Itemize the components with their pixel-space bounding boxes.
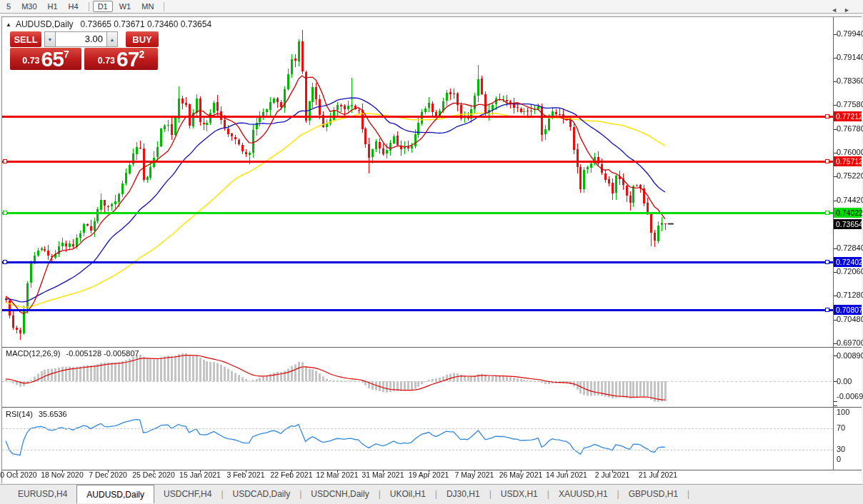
chart-tab-gbpusd-h1[interactable]: GBPUSD,H1 — [619, 485, 687, 503]
ask-price-pip-digit: 2 — [139, 49, 144, 60]
price-axis-badge: 0.74022 — [834, 208, 862, 218]
ask-price-prefix: 0.73 — [98, 56, 115, 66]
hline-right-handle[interactable] — [825, 308, 829, 312]
x-axis-date-label: 19 Apr 2021 — [404, 470, 454, 479]
rsi-value: 35.6536 — [39, 410, 67, 418]
rsi-axis-tick: 0 — [837, 455, 841, 463]
chart-title: ▲ AUDUSD,Daily 0.73665 0.73671 0.73460 0… — [6, 19, 211, 29]
hline-right-handle[interactable] — [825, 211, 829, 215]
price-axis-tick: 0.70480 — [837, 315, 863, 323]
hline-left-handle[interactable] — [3, 159, 7, 163]
x-axis-date-label: 3 Feb 2021 — [221, 470, 271, 479]
macd-values: -0.005128 -0.005807 — [66, 349, 139, 358]
macd-axis-tick: -0.006977 — [837, 392, 863, 400]
x-axis-date-label: 12 Mar 2021 — [312, 470, 362, 479]
bid-price-button[interactable]: 0.73 65 7 — [10, 48, 81, 70]
chart-tab-usdx-h1[interactable]: USDX,H1 — [492, 485, 547, 503]
sell-button[interactable]: SELL — [10, 31, 41, 47]
x-axis-date-label: 18 Nov 2020 — [37, 470, 87, 479]
x-axis-date-label: 30 Oct 2020 — [0, 470, 41, 479]
price-axis-tick: 0.77580 — [837, 100, 863, 109]
macd-axis-tick: 0.008903 — [837, 351, 863, 360]
x-axis-date-label: 14 Jun 2021 — [542, 470, 592, 479]
rsi-axis-tick: 30 — [837, 445, 845, 453]
price-axis-tick: 0.74420 — [837, 196, 863, 204]
macd-indicator-label: MACD(12,26,9) -0.005128 -0.005807 — [6, 349, 139, 358]
chart-tab-usdcad-daily[interactable]: USDCAD,Daily — [224, 485, 300, 503]
hline-right-handle[interactable] — [825, 159, 829, 163]
rsi-indicator-label: RSI(14) 35.6536 — [6, 410, 67, 418]
rsi-axis-tick: 100 — [837, 408, 849, 416]
collapse-panel-icon[interactable]: ▲ — [6, 21, 11, 28]
chevron-up-icon: ▲ — [110, 37, 115, 42]
rsi-level-line-70 — [2, 428, 833, 429]
x-axis-date-label: 2 Jul 2021 — [587, 470, 637, 479]
price-axis-badge: 0.77212 — [834, 111, 862, 121]
bid-price-pip-digit: 7 — [64, 49, 69, 60]
hline-0.77212[interactable] — [2, 116, 833, 118]
price-axis-tick: 0.76000 — [837, 148, 863, 156]
price-axis-tick: 0.72840 — [837, 243, 863, 252]
price-axis-tick: 0.75220 — [837, 171, 863, 180]
chart-tab-audusd-daily[interactable]: AUDUSD,Daily — [76, 485, 154, 503]
price-axis-tick: 0.69700 — [837, 338, 863, 347]
hline-left-handle[interactable] — [3, 260, 7, 264]
chart-symbol-label: AUDUSD,Daily — [16, 19, 74, 29]
hline-left-handle[interactable] — [3, 211, 7, 215]
x-axis-date-label: 21 Jul 2021 — [633, 470, 683, 479]
price-axis-tick: 0.79140 — [837, 53, 863, 61]
x-axis-date-label: 26 May 2021 — [496, 470, 546, 479]
tab-scroll-right-icon[interactable]: ► — [844, 6, 850, 14]
hline-0.70807[interactable] — [2, 309, 833, 311]
price-axis-badge: 0.70807 — [834, 305, 862, 315]
volume-increase-button[interactable]: ▲ — [106, 31, 118, 47]
ask-price-big-digits: 67 — [116, 50, 139, 69]
buy-button[interactable]: BUY — [126, 31, 159, 47]
price-axis-tick: 0.72060 — [837, 267, 863, 276]
bid-price-big-digits: 65 — [41, 50, 64, 69]
chevron-down-icon: ▼ — [48, 37, 53, 42]
chart-tab-xauusd-h1[interactable]: XAUUSD,H1 — [549, 485, 617, 503]
chart-ohlc-values: 0.73665 0.73671 0.73460 0.73654 — [81, 19, 212, 29]
hline-right-handle[interactable] — [825, 114, 829, 119]
price-axis-tick: 0.76780 — [837, 124, 863, 133]
hline-right-handle[interactable] — [825, 260, 829, 264]
tab-scroll-arrows: ◄ ► — [831, 6, 850, 14]
hline-0.74022[interactable] — [2, 212, 833, 214]
chart-tab-usdchf-h4[interactable]: USDCHF,H4 — [154, 485, 221, 503]
macd-axis-tick: 0.00 — [837, 377, 852, 385]
hline-0.72402[interactable] — [2, 261, 833, 263]
chart-tab-dj30-h1[interactable]: DJ30,H1 — [437, 485, 489, 503]
bid-price-prefix: 0.73 — [22, 56, 39, 66]
x-axis-date-label: 31 Mar 2021 — [358, 470, 408, 479]
tab-scroll-left-icon[interactable]: ◄ — [831, 6, 837, 14]
x-axis-date-label: 7 May 2021 — [449, 470, 499, 479]
one-click-trade-panel: SELL ▼ 3.00 ▲ BUY 0.73 65 7 0.73 67 2 — [10, 31, 159, 70]
price-axis-tick: 0.78360 — [837, 76, 863, 85]
volume-input[interactable]: 3.00 — [56, 31, 106, 47]
x-axis-date-label: 22 Feb 2021 — [266, 470, 316, 479]
rsi-axis-tick: 70 — [837, 423, 845, 432]
ask-price-button[interactable]: 0.73 67 2 — [84, 48, 158, 70]
price-axis-tick: 0.79940 — [837, 29, 863, 38]
chart-tab-eurusd-h4[interactable]: EURUSD,H4 — [9, 485, 76, 503]
chart-tab-bar: EURUSD,H4AUDUSD,DailyUSDCHF,H4|USDCAD,Da… — [0, 484, 863, 504]
tab-separator: | — [687, 485, 689, 503]
current-price-badge: 0.73654 — [834, 219, 862, 229]
x-axis-date-label: 25 Dec 2020 — [129, 470, 179, 479]
rsi-level-line-30 — [2, 450, 833, 450]
x-axis-date-label: 7 Dec 2020 — [83, 470, 133, 479]
hline-0.75712[interactable] — [2, 161, 833, 163]
price-axis-badge: 0.72402 — [834, 257, 862, 267]
chart-tab-ukoil-h1[interactable]: UKOil,H1 — [381, 485, 435, 503]
volume-decrease-button[interactable]: ▼ — [44, 31, 56, 47]
price-axis-tick: 0.71280 — [837, 291, 863, 299]
price-axis-badge: 0.75712 — [834, 156, 862, 166]
chart-tab-usdcnh-daily[interactable]: USDCNH,Daily — [301, 485, 378, 503]
x-axis-date-label: 15 Jan 2021 — [175, 470, 225, 479]
